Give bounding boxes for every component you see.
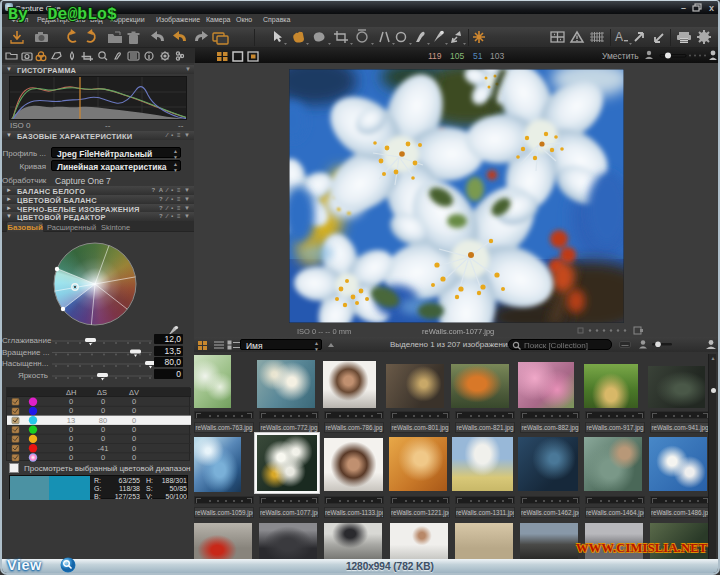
svg-text:0: 0 xyxy=(132,416,136,425)
svg-text:0: 0 xyxy=(132,397,136,406)
svg-text:0: 0 xyxy=(69,397,73,406)
svg-text:0: 0 xyxy=(69,444,73,453)
svg-text:0: 0 xyxy=(101,406,105,415)
svg-text:0: 0 xyxy=(69,453,73,462)
svg-text:0: 0 xyxy=(69,434,73,443)
svg-text:0: 0 xyxy=(132,434,136,443)
svg-text:0: 0 xyxy=(101,453,105,462)
svg-text:A: A xyxy=(615,30,623,44)
svg-text:0: 0 xyxy=(132,444,136,453)
svg-text:0: 0 xyxy=(132,406,136,415)
svg-text:0: 0 xyxy=(101,397,105,406)
svg-text:13: 13 xyxy=(67,416,75,425)
svg-text:80: 80 xyxy=(99,416,107,425)
svg-text:0: 0 xyxy=(101,434,105,443)
svg-text:0: 0 xyxy=(101,425,105,434)
svg-text:0: 0 xyxy=(132,453,136,462)
svg-text:-41: -41 xyxy=(98,444,109,453)
svg-text:0: 0 xyxy=(69,425,73,434)
svg-text:0: 0 xyxy=(69,406,73,415)
svg-text:0: 0 xyxy=(132,425,136,434)
